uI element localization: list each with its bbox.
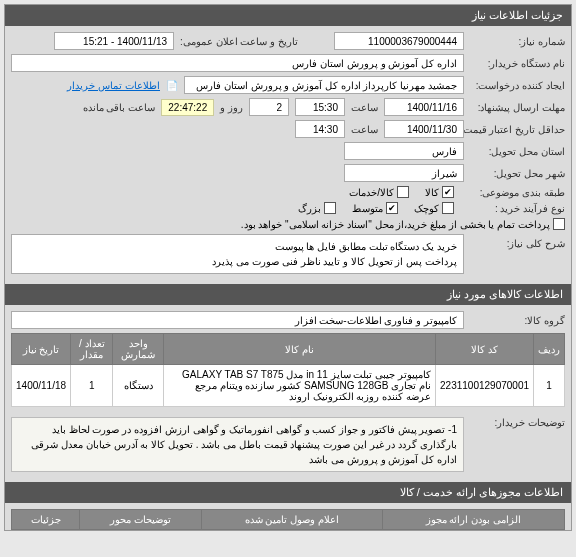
document-icon [166, 79, 178, 91]
validity-time: 14:30 [295, 120, 345, 138]
type-small-label: کوچک [414, 203, 439, 214]
purchase-type-label: نوع فرآیند خرید : [470, 203, 565, 214]
goods-group-label: گروه کالا: [470, 315, 565, 326]
payment-note: پرداخت تمام یا بخشی از مبلغ خرید،از محل … [241, 219, 550, 230]
public-date-value: 1400/11/13 - 15:21 [54, 32, 174, 50]
requester-value: جمشید مهرنیا کارپرداز اداره کل آموزش و پ… [184, 76, 464, 94]
desc-label: شرح کلی نیاز: [470, 234, 565, 249]
main-panel: جزئیات اطلاعات نیاز شماره نیاز: 11000036… [4, 4, 572, 531]
validity-label: حداقل تاریخ اعتبار قیمت: [470, 124, 565, 135]
deadline-label: مهلت ارسال پیشنهاد: [470, 102, 565, 113]
checkbox-payment[interactable] [553, 218, 565, 230]
send-date: 1400/11/16 [384, 98, 464, 116]
perm-header-title: اطلاعات مجوزهای ارائه خدمت / کالا [400, 486, 563, 499]
buyer-value: اداره کل آموزش و پرورش استان فارس [11, 54, 464, 72]
th-row: ردیف [534, 334, 565, 365]
days-value: 2 [249, 98, 289, 116]
th-qty: تعداد / مقدار [71, 334, 113, 365]
th-date: تاریخ نیاز [12, 334, 71, 365]
category-label: طبقه بندی موضوعی: [470, 187, 565, 198]
checkbox-medium[interactable]: ✔ [386, 202, 398, 214]
type-medium-label: متوسط [352, 203, 383, 214]
header-title: جزئیات اطلاعات نیاز [472, 9, 563, 22]
countdown-label: ساعت باقی مانده [83, 102, 156, 113]
desc-text: خرید یک دستگاه تبلت مطابق فایل ها پیوست … [11, 234, 464, 274]
province-value: فارس [344, 142, 464, 160]
city-label: شهر محل تحویل: [470, 168, 565, 179]
checkbox-large[interactable] [324, 202, 336, 214]
goods-group-value: کامپیوتر و فناوری اطلاعات-سخت افزار [11, 311, 464, 329]
items-table: ردیف کد کالا نام کالا واحد شمارش تعداد /… [11, 333, 565, 407]
days-label: روز و [220, 102, 243, 113]
buyer-label: نام دستگاه خریدار: [470, 58, 565, 69]
send-time: 15:30 [295, 98, 345, 116]
items-header: اطلاعات کالاهای مورد نیاز [5, 284, 571, 305]
checkbox-kala[interactable]: ✔ [442, 186, 454, 198]
requester-label: ایجاد کننده درخواست: [470, 80, 565, 91]
city-value: شیراز [344, 164, 464, 182]
main-panel-header: جزئیات اطلاعات نیاز [5, 5, 571, 26]
cell-name: کامپیوتر جیبی تبلت سایز in 11 مدل GALAXY… [164, 365, 436, 407]
cat-kala-label: کالا [425, 187, 439, 198]
perm-th2: توضیحات محور [80, 510, 202, 530]
checkbox-khadamat[interactable] [397, 186, 409, 198]
province-label: استان محل تحویل: [470, 146, 565, 157]
th-name: نام کالا [164, 334, 436, 365]
cell-num: 1 [534, 365, 565, 407]
perm-th3: اعلام وصول تامین شده [202, 510, 383, 530]
table-row: 1 2231100129070001 کامپیوتر جیبی تبلت سا… [12, 365, 565, 407]
need-no-label: شماره نیاز: [470, 36, 565, 47]
contact-link[interactable]: اطلاعات تماس خریدار [67, 80, 160, 91]
cell-unit: دستگاه [113, 365, 164, 407]
notes-label: توضیحات خریدار: [470, 413, 565, 428]
send-time-label: ساعت [351, 102, 378, 113]
countdown-value: 22:47:22 [161, 99, 214, 116]
th-unit: واحد شمارش [113, 334, 164, 365]
notes-text: 1- تصویر پیش فاکتور و جواز کسب و گواهی ا… [11, 417, 464, 472]
validity-date: 1400/11/30 [384, 120, 464, 138]
cell-date: 1400/11/18 [12, 365, 71, 407]
items-header-title: اطلاعات کالاهای مورد نیاز [447, 288, 563, 301]
cat-khadamat-label: کالا/خدمات [349, 187, 394, 198]
validity-time-label: ساعت [351, 124, 378, 135]
need-no-value: 1100003679000444 [334, 32, 464, 50]
perm-th1: جزئیات [12, 510, 80, 530]
perm-th4: الزامی بودن ارائه مجوز [382, 510, 564, 530]
cell-qty: 1 [71, 365, 113, 407]
cell-code: 2231100129070001 [436, 365, 534, 407]
public-date-label: تاریخ و ساعت اعلان عمومی: [180, 36, 298, 47]
perm-table: الزامی بودن ارائه مجوز اعلام وصول تامین … [11, 509, 565, 530]
th-code: کد کالا [436, 334, 534, 365]
checkbox-small[interactable] [442, 202, 454, 214]
type-large-label: بزرگ [298, 203, 321, 214]
perm-header: اطلاعات مجوزهای ارائه خدمت / کالا [5, 482, 571, 503]
